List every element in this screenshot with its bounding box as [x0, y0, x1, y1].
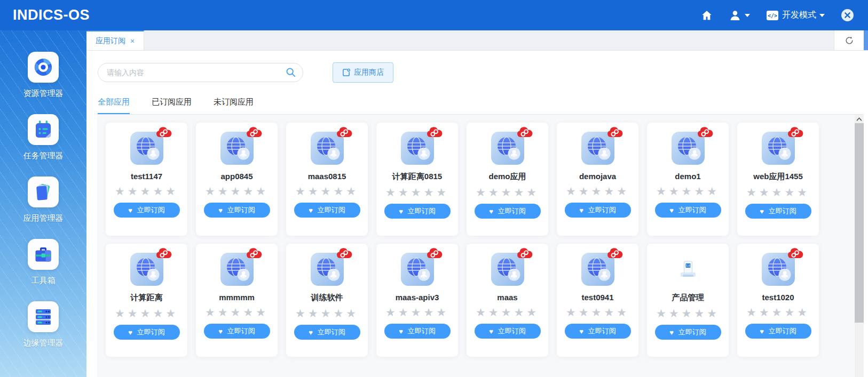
star-icon: ★ [398, 186, 411, 198]
home-button[interactable] [701, 10, 713, 21]
scroll-strip [864, 30, 868, 50]
subscribe-button[interactable]: ♥ 立即订阅 [294, 203, 360, 218]
toolbar: 应用商店 [86, 51, 868, 83]
subscribe-label: 立即订阅 [498, 206, 526, 216]
app-icon-wrap: 1.0 [220, 253, 254, 286]
star-icon: ★ [243, 306, 256, 318]
subscribe-button[interactable]: ♥ 立即订阅 [745, 204, 811, 219]
subscribe-button[interactable]: ♥ 立即订阅 [204, 203, 270, 218]
subscribe-button[interactable]: ♥ 立即订阅 [294, 325, 360, 340]
app-card-app0845[interactable]: 1.0 app0845 ★★★★★ ♥ 立即订阅 [196, 123, 278, 236]
star-icon: ★ [488, 306, 501, 318]
heart-icon: ♥ [309, 329, 313, 336]
tab-app-subscription[interactable]: 应用订阅 × [86, 30, 144, 50]
filter-tab-subscribed-apps[interactable]: 已订阅应用 [152, 97, 192, 114]
star-icon: ★ [746, 186, 759, 198]
subscribe-button[interactable]: ♥ 立即订阅 [475, 204, 541, 219]
app-card-训练软件[interactable]: 1.0 训练软件 ★★★★★ ♥ 立即订阅 [286, 244, 368, 357]
cloud-link-badge-icon [155, 126, 172, 139]
subscribe-button[interactable]: ♥ 立即订阅 [565, 324, 631, 339]
rating-stars: ★★★★★ [205, 186, 269, 197]
filter-tab-all-apps[interactable]: 全部应用 [98, 97, 130, 114]
heart-icon: ♥ [128, 207, 132, 214]
star-icon: ★ [308, 185, 321, 197]
heart-icon: ♥ [309, 207, 313, 214]
vertical-scrollbar[interactable] [855, 115, 864, 377]
subscribe-label: 立即订阅 [769, 206, 796, 216]
sidebar-item-toolbox[interactable]: 工具箱 [28, 239, 59, 286]
app-card-web应用1455[interactable]: 1.0 web应用1455 ★★★★★ ♥ 立即订阅 [737, 123, 819, 236]
app-card-test1020[interactable]: 1.0 test1020 ★★★★★ ♥ 立即订阅 [737, 244, 819, 357]
heart-icon: ♥ [218, 207, 223, 214]
user-menu[interactable] [729, 9, 750, 22]
app-store-button[interactable]: 应用商店 [333, 62, 393, 83]
app-card-mmmmm[interactable]: 1.0 mmmmm ★★★★★ ♥ 立即订阅 [196, 244, 278, 357]
sidebar-item-app-manager[interactable]: 应用管理器 [23, 177, 64, 223]
subscribe-button[interactable]: ♥ 立即订阅 [745, 324, 811, 339]
close-session-button[interactable] [841, 9, 854, 22]
subscribe-button[interactable]: ♥ 立即订阅 [565, 203, 631, 218]
app-icon-wrap: 1.0 [311, 132, 344, 165]
app-icon-wrap: 1.0 [220, 132, 254, 165]
app-logo: INDICS-OS [13, 7, 90, 23]
subscribe-button[interactable]: ♥ 立即订阅 [655, 203, 721, 218]
search-input[interactable] [98, 63, 303, 82]
star-icon: ★ [797, 306, 810, 318]
subscribe-label: 立即订阅 [408, 206, 436, 216]
star-icon: ★ [604, 306, 617, 318]
app-icon-wrap: 1.0 [581, 132, 614, 165]
app-icon-wrap: 1.0 [762, 132, 795, 165]
star-icon: ★ [128, 185, 140, 197]
subscribe-label: 立即订阅 [588, 205, 616, 215]
app-card-demojava[interactable]: 1.0 demojava ★★★★★ ♥ 立即订阅 [557, 123, 638, 236]
app-name: maas [497, 293, 517, 302]
filter-tabs: 全部应用 已订阅应用 未订阅应用 [98, 97, 868, 114]
sidebar-item-edge-manager[interactable]: 边缘管理器 [23, 301, 64, 348]
app-card-maas-apiv3[interactable]: 1.0 maas-apiv3 ★★★★★ ♥ 立即订阅 [376, 244, 458, 357]
subscribe-label: 立即订阅 [678, 327, 706, 337]
app-name: demo1 [675, 172, 700, 181]
star-icon: ★ [321, 185, 334, 197]
app-card-maas0815[interactable]: 1.0 maas0815 ★★★★★ ♥ 立即订阅 [286, 123, 368, 236]
star-icon: ★ [333, 307, 346, 319]
sidebar-item-label: 应用管理器 [23, 213, 64, 223]
app-card-产品管理[interactable]: 1.0 产品管理 ★★★★★ ♥ 立即订阅 [647, 244, 729, 357]
subscribe-button[interactable]: ♥ 立即订阅 [204, 324, 270, 339]
close-icon [841, 9, 854, 22]
subscribe-button[interactable]: ♥ 立即订阅 [475, 324, 541, 339]
dev-mode-switcher[interactable]: </> 开发模式 [766, 10, 825, 21]
scrollbar-thumb[interactable] [855, 123, 864, 323]
app-card-demo1[interactable]: 1.0 demo1 ★★★★★ ♥ 立即订阅 [647, 123, 729, 236]
subscribe-button[interactable]: ♥ 立即订阅 [384, 324, 451, 339]
subscribe-button[interactable]: ♥ 立即订阅 [114, 203, 180, 218]
subscribe-button[interactable]: ♥ 立即订阅 [655, 325, 721, 340]
star-icon: ★ [579, 306, 591, 318]
subscribe-button[interactable]: ♥ 立即订阅 [114, 325, 180, 340]
sidebar-item-label: 边缘管理器 [23, 338, 64, 348]
app-grid-panel: 1.0 test1147 ★★★★★ ♥ 立即订阅 [97, 114, 864, 377]
rating-stars: ★★★★★ [656, 186, 720, 197]
subscribe-button[interactable]: ♥ 立即订阅 [384, 204, 451, 219]
app-card-计算距离[interactable]: 1.0 计算距离 ★★★★★ ♥ 立即订阅 [106, 244, 187, 357]
scrollbar-up-button[interactable] [855, 115, 864, 123]
app-card-test0941[interactable]: 1.0 test0941 ★★★★★ ♥ 立即订阅 [557, 244, 638, 357]
star-icon: ★ [501, 306, 514, 318]
tab-close-icon[interactable]: × [130, 37, 135, 45]
star-icon: ★ [759, 186, 772, 198]
sidebar-item-resource-manager[interactable]: 资源管理器 [23, 52, 64, 99]
app-icon-wrap: 1.0 [311, 253, 344, 286]
star-icon: ★ [205, 185, 218, 197]
app-name: test1147 [131, 172, 162, 181]
app-card-test1147[interactable]: 1.0 test1147 ★★★★★ ♥ 立即订阅 [106, 123, 187, 236]
app-name: test1020 [762, 293, 794, 302]
star-icon: ★ [346, 185, 359, 197]
app-card-maas[interactable]: 1.0 maas ★★★★★ ♥ 立即订阅 [467, 244, 548, 357]
app-card-计算距离0815[interactable]: 1.0 计算距离0815 ★★★★★ ♥ 立即订阅 [376, 123, 458, 236]
search-icon[interactable] [286, 67, 296, 79]
app-card-demo应用[interactable]: 1.0 demo应用 ★★★★★ ♥ 立即订阅 [467, 123, 548, 236]
refresh-button[interactable] [834, 30, 864, 50]
rating-stars: ★★★★★ [566, 186, 629, 197]
app-name: 计算距离0815 [392, 172, 442, 182]
filter-tab-unsubscribed-apps[interactable]: 未订阅应用 [214, 97, 254, 114]
sidebar-item-task-manager[interactable]: 任务管理器 [23, 114, 64, 161]
